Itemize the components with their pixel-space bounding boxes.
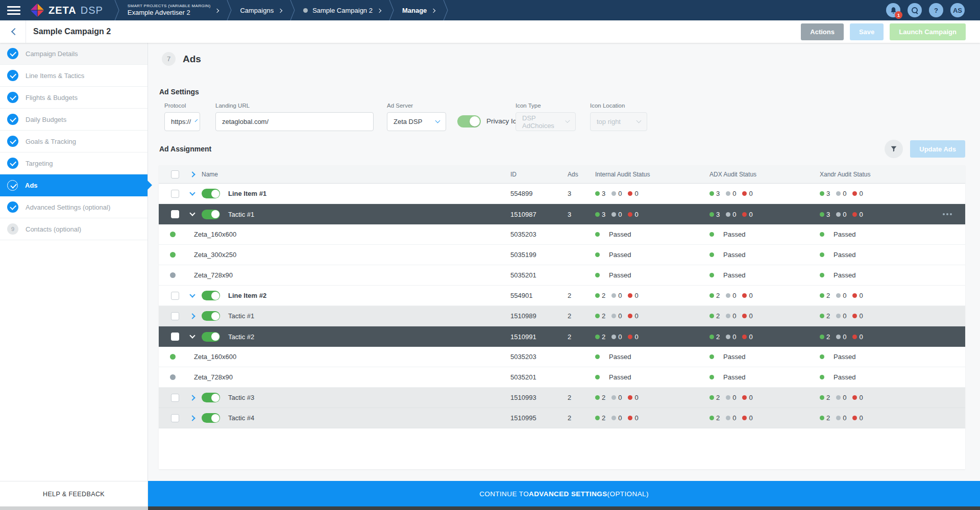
sidebar-item-flights-budgets[interactable]: Flights & Budgets — [0, 87, 148, 109]
update-ads-button[interactable]: Update Ads — [910, 140, 965, 158]
breadcrumb-item[interactable]: SMART PROJECTS (VARIABLE MARGIN)Example … — [119, 0, 227, 20]
pending-dot-icon — [836, 314, 841, 318]
protocol-select[interactable]: https:// — [164, 112, 200, 131]
audit-rejected-count: 0 — [742, 312, 752, 320]
table-row-lineitem[interactable]: Line Item #25549012200200200 — [159, 286, 965, 306]
column-header-adx-audit[interactable]: ADX Audit Status — [709, 171, 820, 178]
column-header-name[interactable]: Name — [202, 171, 218, 178]
save-button[interactable]: Save — [850, 23, 884, 40]
audit-rejected-count: 0 — [628, 312, 638, 320]
row-checkbox[interactable] — [171, 333, 179, 341]
audit-approved-count: 3 — [820, 190, 830, 197]
back-arrow-icon[interactable] — [11, 28, 18, 35]
table-row-creative[interactable]: Zeta_300x2505035199PassedPassedPassed — [159, 245, 965, 265]
row-checkbox[interactable] — [171, 292, 179, 300]
table-row-tactic[interactable]: Tactic #115109892200200200 — [159, 306, 965, 326]
sidebar-item-targeting[interactable]: Targeting — [0, 152, 148, 174]
audit-rejected-count: 0 — [852, 333, 863, 341]
row-checkbox[interactable] — [171, 190, 179, 198]
collapse-chevron-icon[interactable] — [189, 292, 195, 297]
zeta-dsp-logo[interactable]: ZETA DSP — [30, 3, 103, 18]
notifications-button[interactable]: 1 — [886, 3, 900, 17]
column-header-xandr-audit[interactable]: Xandr Audit Status — [820, 171, 929, 178]
breadcrumb-item[interactable]: Sample Campaign 2 — [295, 0, 389, 20]
audit-pending-count: 0 — [836, 312, 846, 320]
expand-chevron-icon[interactable] — [189, 395, 195, 400]
breadcrumb-item[interactable]: Campaigns — [232, 0, 290, 20]
landing-url-input[interactable] — [222, 118, 367, 125]
row-status-toggle[interactable] — [202, 210, 220, 219]
row-id: 5035203 — [510, 353, 568, 361]
check-circle-icon — [7, 158, 18, 169]
expand-chevron-icon[interactable] — [189, 415, 195, 421]
filter-funnel-icon — [890, 145, 898, 153]
audit-approved-count: 2 — [595, 312, 605, 320]
audit-rejected-count: 0 — [742, 292, 752, 299]
audit-approved-count: 2 — [820, 414, 830, 422]
sidebar-item-advanced-settings-optional[interactable]: Advanced Settings (optional) — [0, 196, 148, 218]
continue-button[interactable]: CONTINUE TO ADVANCED SETTINGS (OPTIONAL) — [148, 481, 980, 506]
table-row-tactic[interactable]: Tactic #315109932200200200 — [159, 388, 965, 408]
privacy-icon-toggle[interactable] — [457, 115, 481, 128]
actions-button[interactable]: Actions — [801, 23, 844, 40]
row-status-toggle[interactable] — [202, 291, 220, 300]
help-feedback-button[interactable]: HELP & FEEDBACK — [0, 481, 148, 506]
filter-button[interactable] — [885, 140, 903, 158]
table-row-creative[interactable]: Zeta_160x6005035203PassedPassedPassed — [159, 224, 965, 245]
table-row-tactic[interactable]: Tactic #115109873300300300 — [159, 204, 965, 224]
collapse-chevron-icon[interactable] — [189, 210, 195, 216]
row-checkbox[interactable] — [171, 312, 179, 320]
audit-count-value: 0 — [732, 312, 736, 320]
row-checkbox[interactable] — [171, 394, 179, 402]
approved-dot-icon — [709, 191, 714, 196]
audit-count-value: 0 — [732, 414, 736, 422]
audit-count-value: 0 — [634, 190, 638, 197]
row-status-toggle[interactable] — [202, 332, 220, 342]
column-header-internal-audit[interactable]: Internal Audit Status — [595, 171, 709, 178]
audit-approved-count: 2 — [820, 292, 830, 299]
audit-passed-label: Passed — [609, 373, 631, 381]
audit-status-cell: 300 — [820, 211, 929, 218]
table-row-tactic[interactable]: Tactic #415109952200200200 — [159, 408, 965, 428]
row-checkbox[interactable] — [171, 414, 179, 422]
breadcrumb-item[interactable]: Manage — [394, 0, 443, 20]
expand-all-icon[interactable] — [189, 171, 195, 177]
page-header: Sample Campaign 2 Actions Save Launch Ca… — [0, 20, 980, 43]
row-status-toggle[interactable] — [202, 311, 220, 321]
sidebar-item-campaign-details[interactable]: Campaign Details — [0, 43, 148, 65]
launch-campaign-button[interactable]: Launch Campaign — [890, 23, 966, 40]
select-all-checkbox[interactable] — [171, 170, 179, 178]
collapse-chevron-icon[interactable] — [189, 333, 195, 338]
audit-pending-count: 0 — [836, 211, 846, 218]
sidebar-item-goals-tracking[interactable]: Goals & Tracking — [0, 131, 148, 152]
table-row-creative[interactable]: Zeta_160x6005035203PassedPassedPassed — [159, 347, 965, 367]
help-button[interactable]: ? — [929, 3, 943, 17]
row-status-toggle[interactable] — [202, 189, 220, 198]
brand-zeta-text: ZETA — [48, 5, 77, 16]
row-status-toggle[interactable] — [202, 413, 220, 423]
column-header-id[interactable]: ID — [510, 171, 568, 178]
row-checkbox[interactable] — [171, 210, 179, 218]
app-window: ZETA DSP SMART PROJECTS (VARIABLE MARGIN… — [0, 0, 980, 510]
sidebar-item-ads[interactable]: Ads — [0, 174, 148, 196]
row-status-toggle[interactable] — [202, 393, 220, 402]
main-content: 7 Ads Ad Settings Protocol https:// Land… — [148, 43, 980, 481]
table-row-creative[interactable]: Zeta_728x905035201PassedPassedPassed — [159, 367, 965, 388]
user-avatar[interactable]: AS — [950, 3, 965, 17]
hamburger-menu-icon[interactable] — [7, 6, 20, 15]
ad-server-select[interactable]: Zeta DSP — [387, 112, 446, 131]
search-button[interactable] — [908, 3, 922, 17]
table-row-tactic[interactable]: Tactic #215109912200200200 — [159, 326, 965, 347]
audit-status-cell: 200 — [820, 414, 929, 422]
row-actions-menu-icon[interactable] — [943, 213, 952, 215]
sidebar-item-line-items-tactics[interactable]: Line Items & Tactics — [0, 65, 148, 87]
sidebar-item-daily-budgets[interactable]: Daily Budgets — [0, 109, 148, 131]
rejected-dot-icon — [852, 416, 857, 420]
sidebar-item-contacts-optional[interactable]: 9Contacts (optional) — [0, 218, 148, 240]
table-row-lineitem[interactable]: Line Item #15548993300300300 — [159, 184, 965, 204]
expand-chevron-icon[interactable] — [189, 313, 195, 319]
column-header-ads[interactable]: Ads — [568, 171, 595, 178]
audit-status-cell: Passed — [709, 353, 820, 361]
collapse-chevron-icon[interactable] — [189, 190, 195, 195]
table-row-creative[interactable]: Zeta_728x905035201PassedPassedPassed — [159, 265, 965, 286]
